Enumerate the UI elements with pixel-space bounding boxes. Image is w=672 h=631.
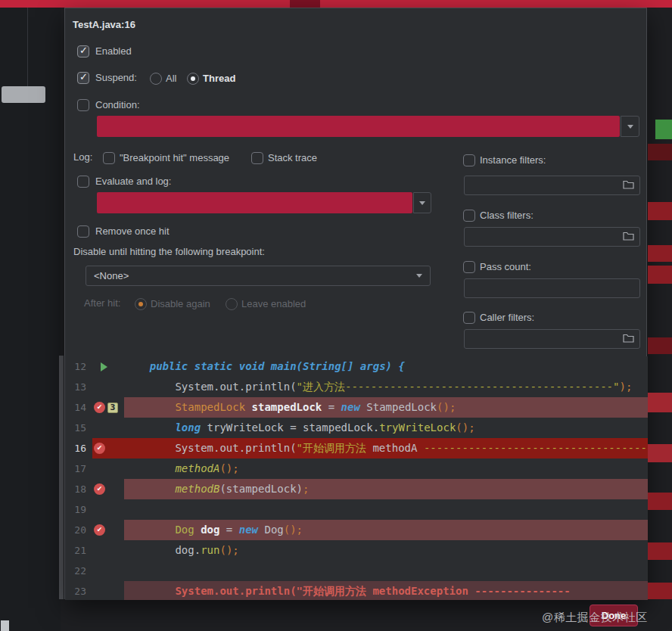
gutter[interactable] bbox=[92, 458, 124, 479]
code-line[interactable]: 18✔ methodB(stampedLock); bbox=[65, 479, 648, 499]
suspend-all-radio[interactable] bbox=[150, 73, 162, 85]
code-text[interactable]: long tryWriteLock = stampedLock.tryWrite… bbox=[124, 418, 648, 438]
stripe-mark-green[interactable] bbox=[655, 120, 672, 139]
editor-left-edge bbox=[59, 356, 64, 599]
after-hit-disable-label: Disable again bbox=[151, 298, 210, 310]
code-line[interactable]: 13 System.out.println("进入方法-------------… bbox=[65, 377, 648, 397]
code-line[interactable]: 14✔3 StampedLock stampedLock = new Stamp… bbox=[65, 397, 648, 418]
breakpoint-icon[interactable]: ✔ bbox=[94, 524, 105, 536]
gutter[interactable]: ✔ bbox=[92, 438, 124, 458]
remove-once-label: Remove once hit bbox=[95, 225, 170, 238]
dialog-title: TestA.java:16 bbox=[73, 19, 135, 30]
class-filters-checkbox[interactable] bbox=[463, 210, 475, 222]
after-hit-disable-radio[interactable] bbox=[135, 298, 147, 310]
code-text[interactable] bbox=[124, 561, 648, 581]
gutter[interactable] bbox=[92, 377, 124, 397]
condition-dropdown-button[interactable] bbox=[621, 116, 639, 137]
code-line[interactable]: 23 System.out.println("开始调用方法 methodExce… bbox=[65, 581, 648, 600]
error-stripe-mark[interactable] bbox=[648, 444, 672, 462]
gutter[interactable] bbox=[92, 418, 124, 438]
code-line[interactable]: 21 dog.run(); bbox=[65, 540, 648, 561]
instance-filters-input[interactable] bbox=[464, 176, 640, 195]
breakpoint-icon[interactable]: ✔ bbox=[94, 402, 105, 413]
enabled-checkbox[interactable] bbox=[77, 45, 89, 58]
gutter[interactable] bbox=[92, 581, 124, 600]
stack-trace-checkbox[interactable] bbox=[251, 152, 263, 164]
chevron-down-icon bbox=[416, 274, 422, 278]
error-stripe-mark[interactable] bbox=[648, 245, 672, 262]
folder-icon[interactable] bbox=[623, 179, 634, 192]
evaluate-input[interactable] bbox=[97, 192, 412, 213]
gutter[interactable] bbox=[92, 356, 124, 377]
error-stripe[interactable] bbox=[648, 0, 672, 631]
pass-count-input[interactable] bbox=[464, 278, 640, 298]
code-line[interactable]: 22 bbox=[65, 561, 648, 581]
disable-until-dropdown[interactable]: <None> bbox=[86, 266, 431, 286]
breakpoint-icon[interactable]: ✔ bbox=[94, 483, 105, 495]
instance-filters-checkbox[interactable] bbox=[463, 154, 475, 166]
evaluate-label: Evaluate and log: bbox=[95, 176, 171, 188]
breakpoint-dialog: TestA.java:16 Enabled Suspend: All Threa… bbox=[64, 8, 647, 599]
evaluate-checkbox[interactable] bbox=[77, 176, 89, 188]
after-hit-leave-label: Leave enabled bbox=[241, 298, 306, 310]
code-text[interactable]: methodA(); bbox=[124, 458, 648, 479]
code-editor[interactable]: 12 public static void main(String[] args… bbox=[65, 356, 648, 600]
code-line[interactable]: 12 public static void main(String[] args… bbox=[65, 356, 648, 377]
error-stripe-mark[interactable] bbox=[648, 144, 672, 160]
error-stripe-mark[interactable] bbox=[648, 202, 672, 220]
gutter[interactable] bbox=[92, 540, 124, 561]
code-text[interactable]: public static void main(String[] args) { bbox=[124, 356, 648, 377]
line-number: 18 bbox=[65, 479, 92, 499]
code-lines: 12 public static void main(String[] args… bbox=[65, 356, 648, 600]
code-line[interactable]: 19 bbox=[65, 499, 648, 520]
code-line[interactable]: 15 long tryWriteLock = stampedLock.tryWr… bbox=[65, 418, 648, 438]
error-stripe-mark[interactable] bbox=[648, 393, 672, 412]
gutter[interactable]: ✔3 bbox=[92, 397, 124, 418]
condition-input[interactable] bbox=[97, 116, 620, 137]
gutter[interactable]: ✔ bbox=[92, 520, 124, 540]
corner-fragment bbox=[1, 620, 9, 631]
class-filters-input[interactable] bbox=[464, 227, 640, 247]
folder-icon[interactable] bbox=[623, 230, 634, 244]
code-line[interactable]: 17 methodA(); bbox=[65, 458, 648, 479]
condition-checkbox[interactable] bbox=[77, 99, 89, 111]
run-arrow-icon[interactable] bbox=[101, 362, 107, 371]
breakpoint-icon[interactable]: ✔ bbox=[94, 443, 105, 454]
after-hit-leave-radio[interactable] bbox=[226, 298, 238, 310]
error-stripe-mark[interactable] bbox=[648, 542, 672, 560]
after-hit-label: After hit: bbox=[84, 297, 120, 309]
code-line[interactable]: 16✔ System.out.println("开始调用方法 methodA -… bbox=[65, 438, 648, 458]
code-text[interactable]: System.out.println("开始调用方法 methodExcepti… bbox=[124, 581, 648, 600]
error-stripe-mark[interactable] bbox=[648, 583, 672, 599]
code-text[interactable] bbox=[124, 499, 648, 520]
code-line[interactable]: 20✔ Dog dog = new Dog(); bbox=[65, 520, 648, 540]
error-stripe-mark[interactable] bbox=[648, 337, 672, 354]
gutter[interactable] bbox=[92, 499, 124, 520]
error-stripe-mark[interactable] bbox=[648, 266, 672, 284]
line-number: 14 bbox=[65, 397, 92, 418]
caller-filters-checkbox[interactable] bbox=[463, 312, 475, 324]
log-message-label: "Breakpoint hit" message bbox=[120, 152, 229, 164]
breakpoint-count-badge[interactable]: 3 bbox=[107, 403, 118, 413]
code-text[interactable]: System.out.println("进入方法----------------… bbox=[124, 377, 648, 397]
suspend-thread-radio[interactable] bbox=[187, 73, 199, 85]
caller-filters-input[interactable] bbox=[464, 329, 640, 349]
code-text[interactable]: methodB(stampedLock); bbox=[124, 479, 648, 499]
line-number: 16 bbox=[65, 438, 92, 458]
gutter[interactable]: ✔ bbox=[92, 479, 124, 499]
code-text[interactable]: dog.run(); bbox=[124, 540, 648, 561]
code-text[interactable]: System.out.println("开始调用方法 methodA -----… bbox=[124, 438, 648, 458]
log-message-checkbox[interactable] bbox=[103, 152, 115, 164]
enabled-label: Enabled bbox=[95, 45, 132, 58]
evaluate-dropdown-button[interactable] bbox=[413, 192, 431, 213]
code-text[interactable]: Dog dog = new Dog(); bbox=[124, 520, 648, 540]
pass-count-checkbox[interactable] bbox=[463, 261, 475, 273]
code-text[interactable]: StampedLock stampedLock = new StampedLoc… bbox=[124, 397, 648, 418]
tool-window-button[interactable] bbox=[2, 86, 45, 103]
error-stripe-mark[interactable] bbox=[648, 493, 672, 510]
suspend-checkbox[interactable] bbox=[77, 72, 89, 84]
remove-once-checkbox[interactable] bbox=[77, 225, 89, 238]
line-number: 12 bbox=[65, 356, 92, 377]
gutter[interactable] bbox=[92, 561, 124, 581]
folder-icon[interactable] bbox=[623, 332, 634, 346]
